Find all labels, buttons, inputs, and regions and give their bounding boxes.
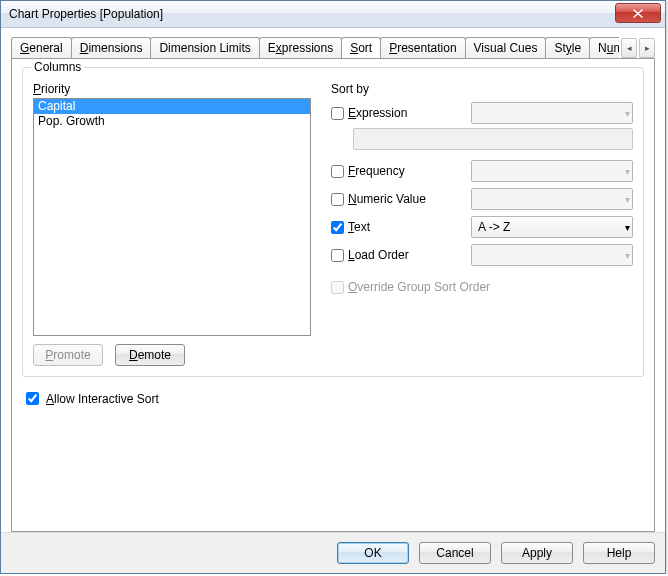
window-title: Chart Properties [Population] [9, 7, 615, 21]
priority-listbox[interactable]: Capital Pop. Growth [33, 98, 311, 336]
priority-column: Priority Capital Pop. Growth Promote Dem… [33, 82, 311, 366]
tab-number[interactable]: Number [589, 37, 619, 58]
demote-button[interactable]: Demote [115, 344, 185, 366]
tab-scroll-buttons: ◂ ▸ [621, 38, 655, 58]
allow-interactive-label: Allow Interactive Sort [46, 392, 159, 406]
close-icon [633, 9, 643, 18]
chart-properties-dialog: Chart Properties [Population] General Di… [0, 0, 666, 574]
tab-general[interactable]: General [11, 37, 72, 58]
tabstrip: General Dimensions Dimension Limits Expr… [11, 36, 655, 58]
numeric-checkbox[interactable] [331, 193, 344, 206]
list-item[interactable]: Pop. Growth [34, 114, 310, 129]
frequency-checkbox[interactable] [331, 165, 344, 178]
loadorder-checkbox[interactable] [331, 249, 344, 262]
tab-presentation[interactable]: Presentation [380, 37, 465, 58]
help-button[interactable]: Help [583, 542, 655, 564]
expression-input[interactable] [353, 128, 633, 150]
allow-interactive-checkbox[interactable] [26, 392, 39, 405]
text-label: Text [331, 220, 471, 234]
tab-page-sort: Columns Priority Capital Pop. Growth Pro… [11, 58, 655, 532]
text-checkbox[interactable] [331, 221, 344, 234]
tab-expressions[interactable]: Expressions [259, 37, 342, 58]
tab-dimensions[interactable]: Dimensions [71, 37, 152, 58]
allow-interactive-row: Allow Interactive Sort [22, 389, 644, 408]
tab-scroll-right[interactable]: ▸ [639, 38, 655, 58]
close-button[interactable] [615, 3, 661, 23]
tab-sort[interactable]: Sort [341, 37, 381, 58]
promote-button[interactable]: Promote [33, 344, 103, 366]
expression-checkbox[interactable] [331, 107, 344, 120]
loadorder-order-combo[interactable]: ▾ [471, 244, 633, 266]
apply-button[interactable]: Apply [501, 542, 573, 564]
priority-label: Priority [33, 82, 311, 96]
loadorder-label: Load Order [331, 248, 471, 262]
tab-scroll-left[interactable]: ◂ [621, 38, 637, 58]
columns-legend: Columns [31, 60, 84, 74]
text-order-combo[interactable]: A -> Z▾ [471, 216, 633, 238]
frequency-order-combo[interactable]: ▾ [471, 160, 633, 182]
tab-dimension-limits[interactable]: Dimension Limits [150, 37, 259, 58]
tabs: General Dimensions Dimension Limits Expr… [11, 37, 619, 58]
expression-label: Expression [331, 106, 471, 120]
titlebar: Chart Properties [Population] [1, 1, 665, 28]
expression-order-combo[interactable]: ▾ [471, 102, 633, 124]
frequency-label: Frequency [331, 164, 471, 178]
columns-groupbox: Columns Priority Capital Pop. Growth Pro… [22, 67, 644, 377]
tab-style[interactable]: Style [545, 37, 590, 58]
dialog-button-bar: OK Cancel Apply Help [1, 532, 665, 573]
ok-button[interactable]: OK [337, 542, 409, 564]
list-item[interactable]: Capital [34, 99, 310, 114]
sortby-column: Sort by Expression ▾ [331, 82, 633, 366]
numeric-order-combo[interactable]: ▾ [471, 188, 633, 210]
tab-visual-cues[interactable]: Visual Cues [465, 37, 547, 58]
override-checkbox[interactable] [331, 281, 344, 294]
numeric-label: Numeric Value [331, 192, 471, 206]
sortby-label: Sort by [331, 82, 633, 96]
cancel-button[interactable]: Cancel [419, 542, 491, 564]
override-label: Override Group Sort Order [331, 280, 490, 294]
